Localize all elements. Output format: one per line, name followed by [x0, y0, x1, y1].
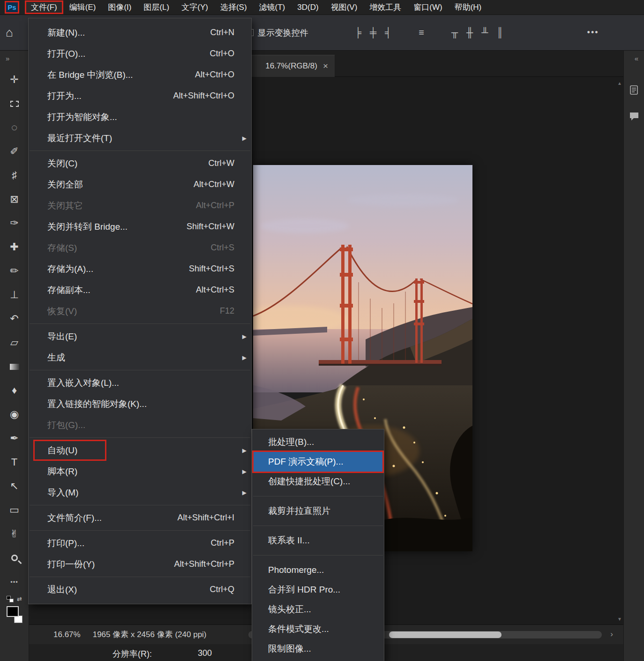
menu-item-open-recent[interactable]: 最近打开文件(T) ▶ — [29, 128, 251, 149]
menu-separator — [30, 505, 250, 505]
menu-item-place-linked[interactable]: 置入链接的智能对象(K)... — [29, 393, 251, 414]
menu-item-print-one-copy[interactable]: 打印一份(Y) Alt+Shift+Ctrl+P — [29, 554, 251, 575]
spot-healing-brush-tool[interactable]: ✚ — [5, 238, 24, 256]
scroll-right-arrow[interactable]: › — [610, 630, 613, 639]
menu-item-save-as[interactable]: 存储为(A)... Shift+Ctrl+S — [29, 258, 251, 279]
foreground-color-swatch[interactable] — [7, 606, 19, 617]
scroll-up-arrow[interactable]: ▲ — [617, 81, 622, 86]
menu-item-browse-in-bridge[interactable]: 在 Bridge 中浏览(B)... Alt+Ctrl+O — [29, 64, 251, 85]
move-tool[interactable]: ✛ — [5, 71, 24, 89]
history-brush-tool[interactable]: ↶ — [5, 310, 24, 328]
zoom-tool[interactable] — [5, 549, 24, 567]
align-right-icon[interactable]: ╡ — [385, 27, 391, 38]
menu-item-crop-and-straighten[interactable]: 裁剪并拉直照片 — [252, 501, 384, 521]
menu-item-photomerge[interactable]: Photomerge... — [252, 560, 384, 580]
scroll-down-arrow[interactable]: ▼ — [617, 616, 622, 622]
menu-item-batch[interactable]: 批处理(B)... — [252, 432, 384, 452]
menu-item-export[interactable]: 导出(E) ▶ — [29, 326, 251, 347]
home-icon[interactable]: ⌂ — [6, 25, 13, 40]
rectangle-tool[interactable]: ▭ — [5, 501, 24, 519]
menu-item-merge-to-hdr-pro[interactable]: 合并到 HDR Pro... — [252, 580, 384, 600]
menu-separator — [253, 555, 383, 556]
menu-select[interactable]: 选择(S) — [214, 0, 253, 14]
align-middle-icon[interactable]: ╫ — [466, 27, 473, 38]
menu-item-scripts[interactable]: 脚本(R) ▶ — [29, 461, 251, 482]
lasso-tool[interactable]: ◌ — [5, 119, 24, 136]
pen-tool[interactable]: ✒ — [5, 429, 24, 447]
menu-view[interactable]: 视图(V) — [325, 0, 364, 14]
menu-item-new[interactable]: 新建(N)... Ctrl+N — [29, 22, 251, 43]
menu-item-print[interactable]: 打印(P)... Ctrl+P — [29, 533, 251, 554]
menu-item-generate[interactable]: 生成 ▶ — [29, 347, 251, 368]
menu-type[interactable]: 文字(Y) — [175, 0, 214, 14]
menu-item-contact-sheet[interactable]: 联系表 II... — [252, 531, 384, 550]
menu-image[interactable]: 图像(I) — [102, 0, 137, 14]
eraser-tool[interactable]: ▱ — [5, 334, 24, 352]
file-menu: 新建(N)... Ctrl+N 打开(O)... Ctrl+O 在 Bridge… — [28, 18, 252, 604]
menu-item-conditional-mode-change[interactable]: 条件模式更改... — [252, 619, 384, 639]
distribute-spacing-icon[interactable]: ║ — [496, 27, 503, 38]
path-selection-tool[interactable]: ↖ — [5, 477, 24, 495]
tab-close-icon[interactable]: × — [323, 61, 328, 71]
automate-submenu: 批处理(B)... PDF 演示文稿(P)... 创建快捷批处理(C)... 裁… — [252, 429, 384, 661]
menu-filter[interactable]: 滤镜(T) — [253, 0, 292, 14]
menu-item-lens-correction[interactable]: 镜头校正... — [252, 600, 384, 619]
menu-item-close-and-go-to-bridge[interactable]: 关闭并转到 Bridge... Shift+Ctrl+W — [29, 216, 251, 237]
toolbar-collapse-chevron[interactable]: » — [6, 54, 9, 62]
comment-bubble-icon[interactable] — [629, 111, 640, 124]
zoom-level[interactable]: 16.67% — [53, 630, 81, 639]
blur-tool[interactable]: ♦ — [5, 382, 24, 399]
menu-item-open-as[interactable]: 打开为... Alt+Shift+Ctrl+O — [29, 85, 251, 106]
menu-item-open[interactable]: 打开(O)... Ctrl+O — [29, 43, 251, 64]
dock-expand-chevron[interactable]: « — [635, 54, 638, 62]
menu-edit[interactable]: 编辑(E) — [63, 0, 102, 14]
quick-selection-tool[interactable]: ✐ — [5, 143, 24, 160]
align-center-horizontal-icon[interactable]: ╪ — [370, 27, 376, 38]
menu-item-exit[interactable]: 退出(X) Ctrl+Q — [29, 579, 251, 600]
menu-layer[interactable]: 图层(L) — [137, 0, 175, 14]
gradient-tool[interactable] — [5, 358, 24, 376]
crop-tool[interactable]: ♯ — [5, 166, 24, 184]
menu-file[interactable]: 文件(F) — [25, 0, 63, 14]
swap-colors-icon[interactable]: ⇄ — [17, 595, 22, 602]
menu-3d[interactable]: 3D(D) — [291, 1, 324, 14]
frame-tool[interactable]: ⊠ — [5, 190, 24, 208]
menu-item-fit-image[interactable]: 限制图像... — [252, 639, 384, 659]
menu-separator — [30, 530, 250, 531]
default-colors-icon[interactable] — [7, 596, 14, 602]
menu-separator — [30, 323, 250, 324]
menu-item-revert: 恢复(V) F12 — [29, 300, 251, 322]
menu-window[interactable]: 窗口(W) — [407, 0, 448, 14]
align-left-icon[interactable]: ╞ — [355, 27, 361, 38]
distribute-horizontal-icon[interactable]: ≡ — [419, 27, 424, 38]
menubar-items: 文件(F) 编辑(E) 图像(I) 图层(L) 文字(Y) 选择(S) 滤镜(T… — [25, 0, 487, 15]
clone-stamp-tool[interactable]: ⊥ — [5, 286, 24, 304]
menu-item-automate[interactable]: 自动(U) ▶ — [29, 440, 251, 461]
menu-plugins[interactable]: 增效工具 — [363, 0, 407, 14]
menu-item-save-copy[interactable]: 存储副本... Alt+Ctrl+S — [29, 279, 251, 300]
options-more-button[interactable]: ••• — [587, 28, 599, 38]
menu-item-import[interactable]: 导入(M) ▶ — [29, 482, 251, 503]
menu-item-create-droplet[interactable]: 创建快捷批处理(C)... — [252, 472, 384, 491]
panel-stack-icon[interactable] — [629, 84, 640, 98]
hand-tool[interactable]: ✌ — [5, 525, 24, 543]
menu-item-open-as-smart-object[interactable]: 打开为智能对象... — [29, 106, 251, 128]
menu-item-close-all[interactable]: 关闭全部 Alt+Ctrl+W — [29, 174, 251, 195]
menu-help[interactable]: 帮助(H) — [449, 0, 488, 14]
align-bottom-icon[interactable]: ╨ — [481, 27, 488, 38]
photoshop-logo: Ps — [5, 1, 19, 14]
type-tool[interactable]: T — [5, 453, 24, 471]
edit-toolbar-button[interactable]: ••• — [5, 573, 24, 591]
menu-item-pdf-presentation[interactable]: PDF 演示文稿(P)... — [252, 452, 384, 472]
menu-item-place-embedded[interactable]: 置入嵌入对象(L)... — [29, 372, 251, 393]
menu-item-package: 打包(G)... — [29, 414, 251, 436]
brush-tool[interactable]: ✏ — [5, 262, 24, 280]
menu-item-file-info[interactable]: 文件简介(F)... Alt+Shift+Ctrl+I — [29, 507, 251, 528]
menu-item-close[interactable]: 关闭(C) Ctrl+W — [29, 153, 251, 174]
rectangular-marquee-tool[interactable] — [5, 95, 24, 113]
dodge-tool[interactable]: ◉ — [5, 406, 24, 423]
eyedropper-tool[interactable]: ✑ — [5, 214, 24, 232]
align-top-icon[interactable]: ╥ — [451, 27, 458, 38]
submenu-arrow-icon: ▶ — [242, 447, 247, 454]
horizontal-scrollbar-thumb[interactable] — [389, 631, 502, 638]
